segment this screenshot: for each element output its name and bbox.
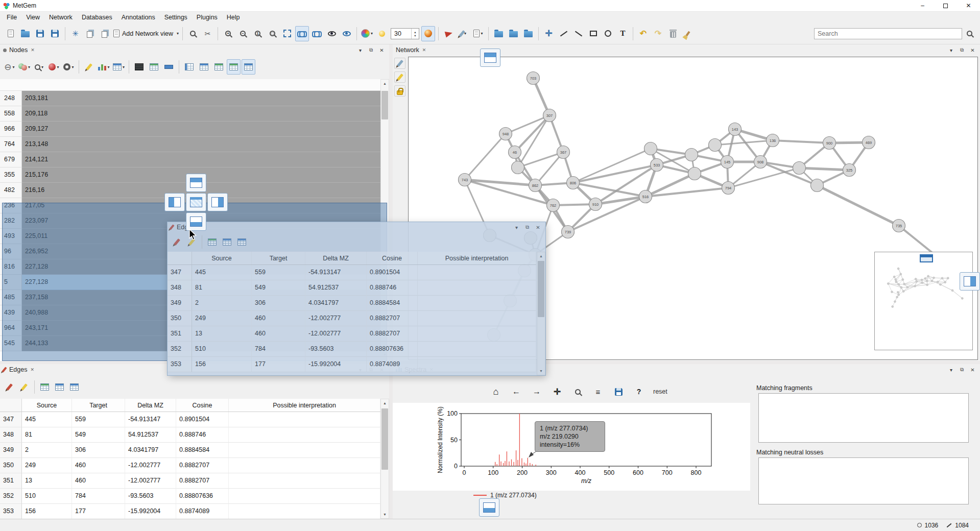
delta-cell[interactable]: -15.992004	[125, 504, 176, 519]
cosine-cell[interactable]: 0.888746	[176, 427, 229, 443]
table-view-1-button[interactable]	[182, 59, 196, 75]
delta-cell[interactable]: 54.912537	[305, 280, 367, 296]
delta-cell[interactable]: -12.002777	[125, 473, 176, 489]
table-row[interactable]: 353 156 177 -15.992004 0.8874089	[168, 357, 536, 372]
row-header[interactable]: 764	[0, 137, 22, 152]
edit-red-pen-button[interactable]	[170, 234, 184, 250]
target-cell[interactable]: 784	[252, 342, 305, 357]
zoom-out-button[interactable]: −	[236, 26, 250, 41]
target-cell[interactable]: 460	[72, 458, 125, 473]
panel-close-button[interactable]: ✕	[968, 366, 977, 374]
menu-item[interactable]: View	[21, 12, 44, 23]
row-header[interactable]: 248	[0, 91, 22, 106]
table-view-a-button[interactable]	[205, 234, 219, 250]
panel-float-button[interactable]: ⧉	[523, 224, 532, 231]
cosine-cell[interactable]: 0.88807636	[367, 342, 418, 357]
clear-button[interactable]	[681, 26, 695, 41]
network-minimap[interactable]	[874, 252, 973, 350]
table-row[interactable]: 349 2 306 4.0341797 0.8884584	[168, 296, 536, 311]
source-cell[interactable]: 510	[22, 489, 72, 504]
panel-menu-button[interactable]: ▾	[947, 46, 955, 54]
table-row[interactable]: 679 214,121	[0, 152, 380, 167]
table-row[interactable]: 352 510 784 -93.5603 0.88807636	[0, 489, 380, 504]
table-row[interactable]: 353 156 177 -15.992004 0.8874089	[0, 504, 380, 519]
table-view-2-button[interactable]	[197, 59, 211, 75]
pick-mode-button[interactable]	[394, 71, 405, 83]
node-scale-button[interactable]	[375, 26, 389, 41]
column-header-interpretation[interactable]: Possible interpretation	[229, 399, 380, 412]
menu-item[interactable]: Settings	[160, 12, 192, 23]
interpretation-cell[interactable]	[229, 489, 380, 504]
edges-scrollbar[interactable]: ▲ ▼	[380, 399, 389, 519]
source-cell[interactable]: 156	[192, 357, 252, 372]
table-view-a-button[interactable]	[38, 379, 52, 395]
delta-cell[interactable]: 4.0341797	[125, 443, 176, 458]
tab-close-icon[interactable]: ✕	[422, 47, 426, 53]
delta-cell[interactable]: -12.002777	[305, 326, 367, 342]
row-header[interactable]: 347	[168, 265, 192, 280]
table-view-3-button[interactable]	[212, 59, 226, 75]
column-header-source[interactable]: Source	[22, 399, 72, 412]
menu-item[interactable]: File	[2, 12, 21, 23]
maximize-button[interactable]	[934, 0, 957, 12]
table-view-4-button[interactable]	[227, 59, 241, 75]
draw-ellipse-button[interactable]	[601, 26, 615, 41]
edit-red-pen-button[interactable]	[3, 379, 16, 395]
scrollbar-thumb[interactable]	[381, 408, 388, 470]
panel-menu-button[interactable]: ▾	[512, 224, 521, 231]
search-input[interactable]	[814, 28, 962, 39]
delta-cell[interactable]: -93.5603	[125, 489, 176, 504]
find-button[interactable]	[186, 26, 200, 41]
tab-close-icon[interactable]: ✕	[31, 47, 35, 53]
draw-diagonal-button[interactable]	[571, 26, 585, 41]
spinner-arrows[interactable]: ▴▾	[411, 29, 419, 39]
interpretation-cell[interactable]	[418, 326, 536, 342]
row-header[interactable]: 348	[0, 427, 22, 443]
mz-cell[interactable]: 209,118	[22, 106, 380, 122]
interpretation-cell[interactable]	[229, 427, 380, 443]
annotations-pen-button[interactable]: ▾	[457, 26, 470, 41]
view-options-button[interactable]: ▾	[112, 59, 126, 75]
color-table-button[interactable]	[147, 59, 161, 75]
search-go-button[interactable]	[963, 26, 976, 41]
view-databases-button[interactable]	[507, 26, 520, 41]
mz-cell[interactable]: 213,148	[22, 137, 380, 152]
row-header[interactable]: 350	[168, 311, 192, 326]
matching-neutral-losses-box[interactable]	[758, 457, 969, 504]
zoom-selection-button[interactable]: □	[266, 26, 279, 41]
target-cell[interactable]: 549	[72, 427, 125, 443]
source-cell[interactable]: 81	[22, 427, 72, 443]
table-row[interactable]: 347 445 559 -54.913147 0.8901504	[0, 412, 380, 427]
floating-panel-titlebar[interactable]: Edges ▾ ⧉ ✕	[168, 222, 545, 232]
delta-cell[interactable]: -12.002777	[305, 311, 367, 326]
forward-button[interactable]: →	[531, 385, 543, 398]
column-header-cosine[interactable]: Cosine	[367, 252, 418, 264]
target-cell[interactable]: 559	[72, 412, 125, 427]
help-button[interactable]: ?	[633, 385, 645, 398]
target-cell[interactable]: 177	[72, 504, 125, 519]
table-row[interactable]: 350 249 460 -12.002777 0.8882707	[0, 458, 380, 473]
source-cell[interactable]: 156	[22, 504, 72, 519]
highlight-yellow-button[interactable]	[17, 379, 31, 395]
neighbors-button[interactable]: ⊖▾	[3, 59, 16, 75]
interpretation-cell[interactable]	[229, 458, 380, 473]
color-by-button[interactable]: ▾	[360, 26, 374, 41]
delta-cell[interactable]: -54.913147	[125, 412, 176, 427]
pan-button[interactable]: ✛	[551, 385, 563, 398]
cosine-cell[interactable]: 0.8882707	[176, 458, 229, 473]
column-header-delta[interactable]: Delta MZ	[305, 252, 367, 264]
fit-view-button[interactable]	[280, 26, 294, 41]
back-button[interactable]: ←	[510, 385, 522, 398]
scroll-up-icon[interactable]: ▲	[537, 252, 545, 260]
row-header[interactable]: 352	[0, 489, 22, 504]
configure-button[interactable]: ≡	[592, 385, 604, 398]
row-header[interactable]: 347	[0, 412, 22, 427]
table-view-c-button[interactable]	[67, 379, 81, 395]
add-network-view-button[interactable]: Add Network view ▾	[113, 26, 179, 41]
row-header[interactable]: 349	[0, 443, 22, 458]
dock-edge-bottom-indicator[interactable]	[479, 498, 499, 517]
source-cell[interactable]: 13	[192, 326, 252, 342]
nodes-panel-titlebar[interactable]: Nodes ✕ ▾ ⧉ ✕	[0, 44, 389, 56]
interpretation-cell[interactable]	[418, 357, 536, 372]
open-databases-button[interactable]	[492, 26, 506, 41]
